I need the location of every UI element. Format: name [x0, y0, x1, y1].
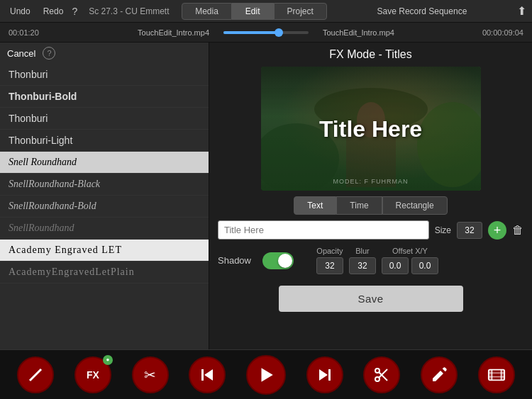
timeline-file2: TouchEdit_Intro.mp4 — [323, 28, 394, 37]
timeline-progress — [223, 31, 279, 34]
film-icon — [487, 366, 506, 383]
tab-time[interactable]: Time — [336, 196, 382, 215]
tab-project[interactable]: Project — [274, 3, 327, 20]
save-button[interactable]: Save — [279, 286, 463, 312]
shadow-row: Shadow Opacity Blur Offset X/Y — [218, 247, 523, 274]
font-help-button[interactable]: ? — [43, 47, 55, 60]
top-bar-tabs: Media Edit Project — [182, 3, 327, 20]
font-item-thonburi-bold[interactable]: Thonburi-Bold — [0, 86, 209, 108]
cut-icon — [373, 366, 390, 383]
tool-film[interactable] — [478, 356, 515, 393]
offset-label: Offset X/Y — [392, 247, 428, 255]
slash-icon — [27, 366, 44, 383]
add-button[interactable]: + — [488, 221, 506, 240]
tool-cut[interactable] — [363, 356, 400, 393]
scissors-icon: ✂ — [144, 366, 156, 383]
font-item-academy-engraved[interactable]: Academy Engraved LET — [0, 240, 209, 262]
timeline-center: TouchEdit_Intro.mp4 TouchEdit_Intro.mp4 — [9, 28, 523, 37]
font-item-thonburi[interactable]: Thonburi — [0, 64, 209, 86]
scene-label: Sc 27.3 - CU Emmett — [89, 6, 169, 16]
font-panel-header: Cancel ? — [0, 43, 209, 64]
share-button[interactable]: ⬆ — [517, 4, 526, 18]
font-item-snell-bold[interactable]: SnellRoundhand-Bold — [0, 196, 209, 218]
svg-marker-7 — [204, 369, 213, 381]
tab-rectangle[interactable]: Rectangle — [382, 196, 448, 215]
svg-marker-8 — [261, 368, 272, 382]
font-item-academy-plain[interactable]: AcademyEngravedLetPlain — [0, 262, 209, 283]
font-item-thonburi-light[interactable]: Thonburi-Light — [0, 130, 209, 152]
svg-line-5 — [30, 369, 41, 381]
right-panel: FX Mode - Titles Title Here MODEL: F FUH… — [209, 43, 532, 349]
delete-button[interactable]: 🗑 — [512, 224, 523, 237]
text-input-row: Size + 🗑 — [218, 220, 523, 240]
timeline-file1: TouchEdit_Intro.mp4 — [138, 28, 209, 37]
font-item-thonburi-2[interactable]: Thonburi — [0, 108, 209, 130]
tab-media[interactable]: Media — [182, 3, 232, 20]
plus-icon: + — [494, 222, 501, 239]
cancel-button[interactable]: Cancel — [7, 48, 35, 59]
preview-title-text: Title Here — [319, 116, 422, 142]
timeline-time-right: 00:00:09:04 — [482, 28, 523, 37]
help-button[interactable]: ? — [72, 6, 77, 17]
next-icon — [316, 366, 333, 383]
font-item-snell-black[interactable]: SnellRoundhand-Black — [0, 174, 209, 196]
font-item-snell-plain[interactable]: SnellRoundhand — [0, 218, 209, 240]
opacity-group: Opacity — [316, 247, 343, 274]
size-input[interactable] — [457, 222, 482, 239]
offset-inputs — [382, 257, 438, 274]
font-list[interactable]: Thonburi Thonburi-Bold Thonburi Thonburi… — [0, 64, 209, 349]
shadow-toggle[interactable] — [262, 252, 294, 269]
title-input[interactable] — [218, 220, 429, 240]
tool-slash[interactable] — [17, 356, 54, 393]
svg-rect-6 — [201, 369, 204, 381]
tool-scissors[interactable]: ✂ — [132, 356, 169, 393]
font-item-snell-roundhand[interactable]: Snell Roundhand — [0, 152, 209, 174]
size-label: Size — [435, 225, 451, 235]
timeline-bar: 00:01:20 TouchEdit_Intro.mp4 TouchEdit_I… — [0, 23, 532, 43]
timeline-handle[interactable] — [275, 28, 283, 37]
fx-badge: ● — [103, 355, 113, 365]
video-watermark: MODEL: F FUHRMAN — [333, 178, 409, 185]
tool-fx[interactable]: FX ● — [74, 356, 111, 393]
svg-rect-9 — [328, 369, 331, 381]
shadow-label: Shadow — [218, 255, 251, 266]
share-icon: ⬆ — [517, 5, 526, 17]
play-icon — [257, 366, 275, 384]
top-bar-left: Undo Redo ? Sc 27.3 - CU Emmett — [6, 5, 182, 18]
svg-marker-10 — [319, 369, 328, 381]
toggle-knob — [278, 254, 292, 268]
tool-prev[interactable] — [189, 356, 226, 393]
svg-point-1 — [417, 102, 481, 187]
bottom-toolbar: FX ● ✂ — [0, 349, 532, 399]
video-preview: Title Here MODEL: F FUHRMAN — [261, 67, 481, 191]
fx-title: FX Mode - Titles — [218, 48, 523, 61]
main-content: Cancel ? Thonburi Thonburi-Bold Thonburi… — [0, 43, 532, 349]
timeline-time-left: 00:01:20 — [9, 28, 39, 37]
tab-edit[interactable]: Edit — [232, 3, 274, 20]
blur-label: Blur — [355, 247, 370, 255]
tool-play[interactable] — [246, 355, 286, 395]
offset-group: Offset X/Y — [382, 247, 438, 274]
redo-button[interactable]: Redo — [39, 5, 68, 18]
pen-icon — [431, 366, 448, 383]
top-bar: Undo Redo ? Sc 27.3 - CU Emmett Media Ed… — [0, 0, 532, 23]
blur-input[interactable] — [349, 257, 376, 274]
tool-pen[interactable] — [421, 356, 458, 393]
save-record-button[interactable]: Save Record Sequence — [327, 5, 517, 18]
offset-x-input[interactable] — [382, 257, 409, 274]
trash-icon: 🗑 — [512, 224, 523, 236]
prev-icon — [199, 366, 216, 383]
panel-tabs: Text Time Rectangle — [218, 196, 523, 215]
timeline-scrubber[interactable] — [223, 31, 309, 34]
offset-y-input[interactable] — [411, 257, 438, 274]
blur-group: Blur — [349, 247, 376, 274]
undo-button[interactable]: Undo — [6, 5, 35, 18]
opacity-label: Opacity — [316, 247, 343, 255]
save-section: Save — [218, 286, 523, 312]
fx-icon: FX — [87, 369, 99, 381]
font-panel: Cancel ? Thonburi Thonburi-Bold Thonburi… — [0, 43, 209, 349]
opacity-input[interactable] — [316, 257, 343, 274]
tool-next[interactable] — [306, 356, 343, 393]
tab-text[interactable]: Text — [294, 196, 336, 215]
